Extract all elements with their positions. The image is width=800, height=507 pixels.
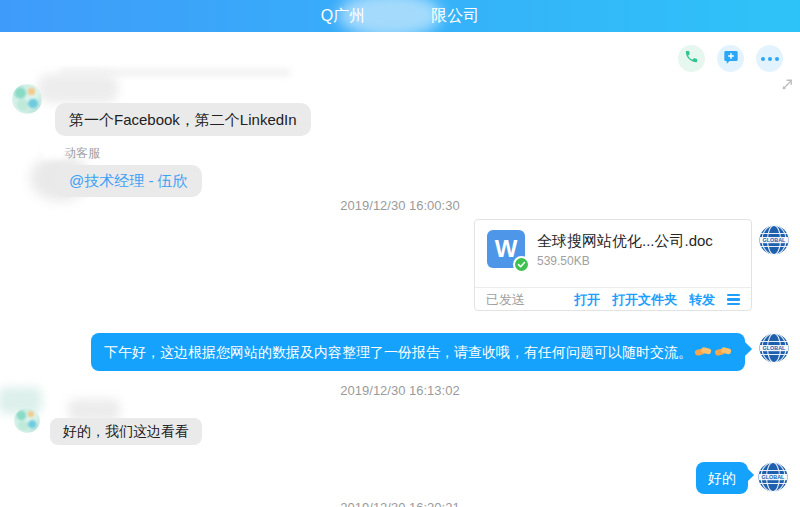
- message-bubble-mention[interactable]: @技术经理 - 伍欣: [55, 165, 202, 197]
- phone-icon: [684, 49, 699, 68]
- file-name: 全球搜网站优化...公司.doc: [537, 232, 742, 251]
- file-size: 539.50KB: [537, 254, 590, 268]
- svg-text:GLOBAL: GLOBAL: [763, 345, 786, 351]
- sender-name-label: 动客服: [64, 145, 100, 162]
- blurred-message-bubble: [38, 74, 118, 103]
- new-chat-button[interactable]: [717, 45, 744, 72]
- handshake-emoji: [714, 347, 732, 363]
- timestamp: 2019/12/30 16:00:30: [0, 198, 800, 213]
- message-bubble-left: 第一个Facebook，第二个LinkedIn: [55, 103, 311, 136]
- globe-logo-icon: GLOBAL: [756, 330, 792, 366]
- title-privacy-blur: [338, 0, 442, 38]
- self-avatar[interactable]: GLOBAL: [756, 222, 792, 258]
- file-actions: 打开 打开文件夹 转发: [574, 291, 740, 309]
- svg-text:GLOBAL: GLOBAL: [762, 474, 785, 480]
- chat-plus-icon: [723, 49, 739, 69]
- contact-avatar[interactable]: [12, 84, 42, 114]
- message-bubble-right: 好的: [696, 462, 748, 494]
- avatar-image: [14, 408, 40, 433]
- expand-window-button[interactable]: [780, 76, 795, 91]
- forward-button[interactable]: 转发: [689, 291, 715, 309]
- svg-text:GLOBAL: GLOBAL: [763, 237, 786, 243]
- file-message-card[interactable]: W 全球搜网站优化...公司.doc 539.50KB 已发送 打开 打开文件夹…: [474, 219, 752, 311]
- sent-check-icon: [513, 256, 530, 273]
- file-menu-icon[interactable]: [727, 294, 740, 306]
- globe-logo-icon: GLOBAL: [756, 222, 792, 258]
- handshake-emoji: [694, 347, 712, 363]
- ellipsis-icon: [761, 57, 779, 61]
- voice-call-button[interactable]: [678, 45, 705, 72]
- avatar-image: [12, 84, 42, 114]
- open-folder-button[interactable]: 打开文件夹: [612, 291, 677, 309]
- file-status: 已发送: [486, 291, 525, 309]
- message-bubble-right: 下午好，这边根据您网站的数据及内容整理了一份报告，请查收哦，有任何问题可以随时交…: [91, 333, 745, 371]
- self-avatar[interactable]: GLOBAL: [756, 330, 792, 366]
- report-message-text: 下午好，这边根据您网站的数据及内容整理了一份报告，请查收哦，有任何问题可以随时交…: [104, 344, 692, 360]
- timestamp: 2019/12/30 16:13:02: [0, 383, 800, 398]
- message-bubble-left: 好的，我们这边看看: [50, 418, 202, 445]
- chat-window: Q广州限公司 第一个Facebook，第二个LinkedIn 动客服 @技术经理…: [0, 0, 800, 507]
- sender-name-privacy-blur: [42, 141, 66, 159]
- globe-logo-icon: GLOBAL: [755, 459, 791, 495]
- contact-avatar[interactable]: [14, 408, 40, 433]
- more-options-button[interactable]: [756, 45, 783, 72]
- file-card-footer: 已发送 打开 打开文件夹 转发: [475, 288, 751, 311]
- open-file-button[interactable]: 打开: [574, 291, 600, 309]
- timestamp-clipped: 2019/12/30 16:20:21: [0, 500, 800, 507]
- self-avatar[interactable]: GLOBAL: [755, 459, 791, 495]
